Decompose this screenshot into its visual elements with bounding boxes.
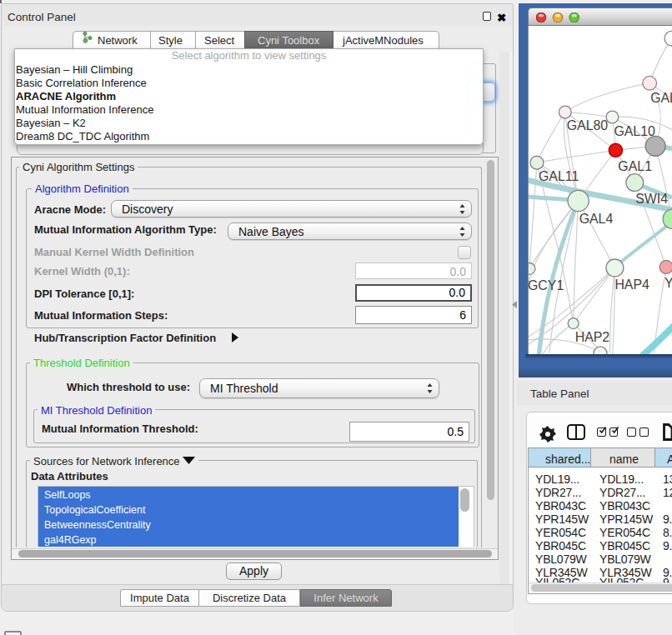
- svg-text:GAL80: GAL80: [567, 118, 609, 132]
- svg-text:HAP4: HAP4: [614, 278, 649, 292]
- svg-text:SWI4: SWI4: [635, 192, 668, 206]
- svg-text:Y: Y: [664, 276, 672, 290]
- svg-text:GAL11: GAL11: [539, 169, 579, 183]
- svg-text:GAL: GAL: [650, 91, 672, 105]
- svg-text:GCY1: GCY1: [528, 278, 564, 292]
- svg-text:GAL4: GAL4: [579, 212, 614, 226]
- svg-text:GAL1: GAL1: [618, 159, 652, 173]
- svg-text:HAP2: HAP2: [575, 330, 610, 344]
- svg-text:GAL10: GAL10: [614, 124, 655, 138]
